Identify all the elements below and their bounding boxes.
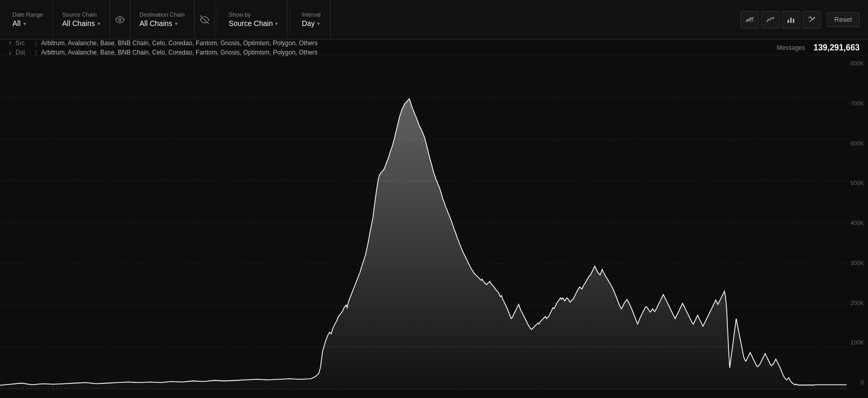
show-by-label: Show by [229,11,278,18]
chart-type-candle-button[interactable] [803,11,821,29]
svg-rect-4 [790,18,792,23]
candle-chart-icon [808,16,816,24]
date-range-chevron-icon: ▾ [23,21,26,26]
eye-icon-2 [200,15,209,24]
destination-chain-chevron-icon: ▾ [175,21,178,26]
source-chain-value[interactable]: All Chains ▾ [62,19,100,28]
legend-left: ↑ Src | Arbitrum, Avalanche, Base, BNB C… [8,39,318,56]
date-range-label: Date Range [12,11,43,18]
destination-chain-filter[interactable]: Destination Chain All Chains ▾ [130,0,195,39]
interval-filter[interactable]: Interval Day ▾ [292,0,330,39]
source-chain-chevron-icon: ▾ [98,21,100,26]
src-arrow: ↑ [8,39,11,47]
source-chain-label: Source Chain [62,11,100,18]
legend-right: Messages 139,291,663 [777,43,860,52]
show-by-value[interactable]: Source Chain ▾ [229,19,278,28]
line-chart-icon [766,16,775,24]
reset-button[interactable]: Reset [826,12,860,27]
show-by-chevron-icon: ▾ [275,21,278,26]
dst-chains: Arbitrum, Avalanche, Base, BNB Chain, Ce… [41,49,318,56]
bar-chart-icon [787,16,795,24]
main-chart [0,56,868,390]
messages-value: 139,291,663 [813,43,860,52]
src-chains: Arbitrum, Avalanche, Base, BNB Chain, Ce… [41,39,318,47]
chart-type-line-button[interactable] [761,11,780,29]
src-legend-row: ↑ Src | Arbitrum, Avalanche, Base, BNB C… [8,39,318,47]
dst-legend-row: ↓ Dst | Arbitrum, Avalanche, Base, BNB C… [8,49,318,56]
date-range-value[interactable]: All ▾ [12,19,43,28]
source-chain-eye-toggle[interactable] [110,0,130,39]
destination-chain-value[interactable]: All Chains ▾ [140,19,185,28]
chart-controls: Reset [740,11,860,29]
area-chart-icon [745,16,754,24]
dst-label: Dst [16,49,31,56]
interval-value[interactable]: Day ▾ [302,19,320,28]
svg-rect-3 [788,20,789,23]
interval-chevron-icon: ▾ [317,21,320,26]
chart-type-bar-button[interactable] [782,11,801,29]
svg-rect-5 [793,19,794,23]
chart-type-area-button[interactable] [740,11,759,29]
show-by-filter[interactable]: Show by Source Chain ▾ [220,0,288,39]
svg-point-0 [119,18,121,21]
eye-icon [115,15,125,24]
toolbar: Date Range All ▾ Source Chain All Chains… [0,0,868,39]
interval-label: Interval [302,11,320,18]
legend-bar: ↑ Src | Arbitrum, Avalanche, Base, BNB C… [0,39,868,56]
svg-line-6 [809,18,815,22]
chart-area[interactable]: 800K 700K 600K 500K 400K 300K 200K 100K … [0,56,868,390]
date-range-filter[interactable]: Date Range All ▾ [8,0,53,39]
messages-label: Messages [777,44,805,51]
src-label: Src [16,39,31,47]
source-chain-filter[interactable]: Source Chain All Chains ▾ [53,0,110,39]
destination-chain-eye-toggle[interactable] [195,0,215,39]
destination-chain-label: Destination Chain [140,11,185,18]
dst-arrow: ↓ [8,49,11,56]
